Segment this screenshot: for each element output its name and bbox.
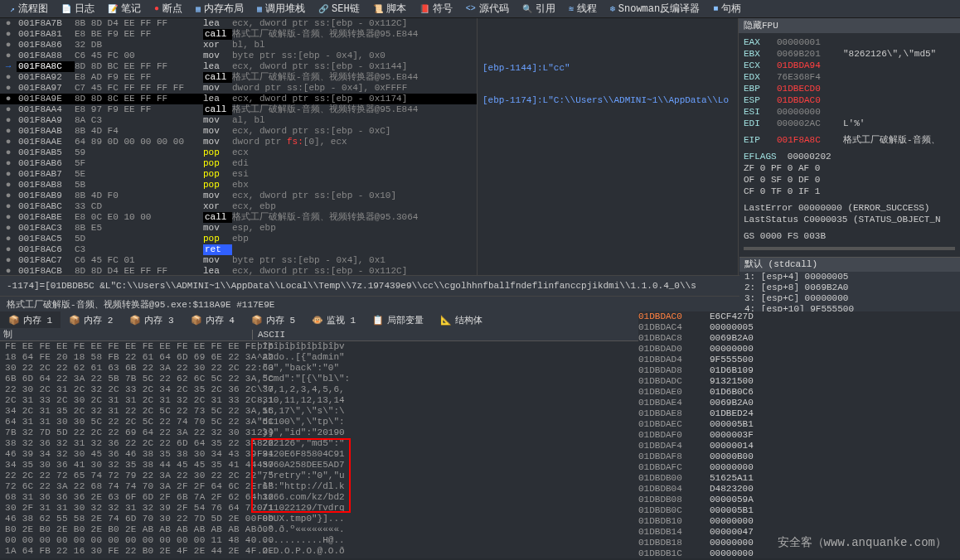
- reg-EBX[interactable]: EBX0069B201"8262126\",\"md5": [744, 48, 955, 60]
- reg-ECX[interactable]: ECX01DBDA94: [744, 60, 955, 71]
- toolbar-线程[interactable]: ≋线程: [562, 0, 604, 17]
- dump-row[interactable]: 22 30 2C 31 2C 32 2C 33 2C 34 2C 35 2C 3…: [0, 384, 638, 395]
- stack-row[interactable]: 01DBDAFC00000000: [638, 462, 960, 473]
- dump-row[interactable]: 64 31 31 30 30 5C 22 2C 5C 22 74 70 5C 2…: [0, 417, 638, 427]
- cpu-row[interactable]: ●001F8AC7C6 45 FC 01movbyte ptr ss:[ebp …: [0, 255, 477, 266]
- reg-EAX[interactable]: EAX00000001: [744, 36, 955, 48]
- cpu-row[interactable]: ●001F8AC38B E5movesp, ebp: [0, 223, 477, 234]
- toolbar-脚本[interactable]: 📜脚本: [366, 0, 413, 17]
- cpu-row[interactable]: ●001F8AAB8B 4D F4movecx, dword ptr ss:[e…: [0, 126, 477, 137]
- stack-row[interactable]: 01DBDAF800000B00: [638, 451, 960, 462]
- dump-tab-3[interactable]: 📦内存 4: [182, 311, 243, 328]
- dump-tab-7[interactable]: 📐结构体: [432, 311, 491, 328]
- cpu-row[interactable]: ●001F8A97C7 45 FC FF FF FF FFmovdword pt…: [0, 83, 477, 94]
- reg-EBP[interactable]: EBP01DBECD0: [744, 83, 955, 94]
- dump-row[interactable]: 6B 6D 64 22 3A 22 5B 7B 5C 22 62 6C 5C 2…: [0, 374, 638, 384]
- cpu-row[interactable]: ●001F8A88C6 45 FC 00movbyte ptr ss:[ebp …: [0, 51, 477, 61]
- stack-row[interactable]: 01DBDB04D4823200: [638, 484, 960, 495]
- dump-tab-1[interactable]: 📦内存 2: [61, 311, 121, 328]
- dump-row[interactable]: FE EE FE EE FE EE FE EE FE EE FE EE FE E…: [0, 341, 638, 352]
- dump-row[interactable]: 72 6C 22 3A 22 68 74 74 70 3A 2F 2F 64 6…: [0, 481, 638, 492]
- stack-row[interactable]: 01DBDAEC000005B1: [638, 419, 960, 430]
- stack-row[interactable]: 01DBDADC91321500: [638, 376, 960, 387]
- reg-EDX[interactable]: EDX76E368F4: [744, 71, 955, 83]
- dump-row[interactable]: 34 2C 31 35 2C 32 31 22 2C 5C 22 73 5C 2…: [0, 406, 638, 417]
- cpu-row[interactable]: ●001F8A81E8 BE F9 EE FFcall格式工厂破解版-音频、视频…: [0, 29, 477, 40]
- toolbar-日志[interactable]: 📄日志: [55, 0, 101, 17]
- stack-panel[interactable]: 01DBDAC0E6CF427D01DBDAC40000000501DBDAC8…: [638, 311, 960, 558]
- toolbar-Snowman反编译器[interactable]: ❄Snowman反编译器: [604, 0, 706, 17]
- dump-row[interactable]: B0 2E B0 2E B0 2E B0 2E AB AB AB AB AB A…: [0, 524, 638, 535]
- stack-row[interactable]: 01DBDAC0E6CF427D: [638, 311, 960, 322]
- dump-row[interactable]: 34 35 30 36 41 30 32 35 38 44 45 45 35 4…: [0, 460, 638, 471]
- dump-row[interactable]: 22 2C 22 72 65 74 72 79 22 3A 22 30 22 2…: [0, 471, 638, 481]
- toolbar-内存布局[interactable]: ▦内存布局: [189, 0, 250, 17]
- reg-ESP[interactable]: ESP01DBDAC0: [744, 94, 955, 106]
- dump-row[interactable]: 2C 31 33 2C 30 2C 31 31 2C 31 32 2C 31 3…: [0, 395, 638, 406]
- stack-row[interactable]: 01DBDB0051625A11: [638, 473, 960, 484]
- fpu-toggle[interactable]: 隐藏FPU: [739, 18, 960, 33]
- cpu-row[interactable]: ●001F8AB65Fpopedi: [0, 158, 477, 169]
- cpu-row[interactable]: ●001F8A8632 DBxorbl, bl: [0, 40, 477, 51]
- toolbar-断点[interactable]: ●断点: [148, 0, 189, 17]
- stack-row[interactable]: 01DBDAD000000000: [638, 344, 960, 355]
- dump-tab-5[interactable]: 🐵监视 1: [303, 311, 364, 328]
- toolbar-调用堆栈[interactable]: ▦调用堆栈: [250, 0, 312, 17]
- reg-ESI[interactable]: ESI00000000: [744, 106, 955, 118]
- cpu-row[interactable]: ●001F8A9E8D 8D 8C EE FF FFleaecx, dword …: [0, 94, 477, 104]
- dump-row[interactable]: 7B 32 7D 5D 22 2C 22 69 64 22 3A 22 32 3…: [0, 427, 638, 438]
- cpu-row[interactable]: ●001F8ABC33 CDxorecx, ebp: [0, 201, 477, 212]
- registers-panel[interactable]: 隐藏FPU EAX00000001EBX0069B201"8262126\",\…: [739, 18, 960, 275]
- toolbar-符号[interactable]: 📕符号: [413, 0, 459, 17]
- dump-row[interactable]: 46 38 62 55 58 2E 74 6D 70 30 22 7D 5D 2…: [0, 514, 638, 524]
- dump-tab-4[interactable]: 📦内存 5: [243, 311, 303, 328]
- stack-row[interactable]: 01DBDAC80069B2A0: [638, 333, 960, 344]
- cpu-row[interactable]: ●001F8AB75Epopesi: [0, 169, 477, 180]
- cpu-row[interactable]: ●001F8AB85Bpopebx: [0, 180, 477, 191]
- dump-row[interactable]: 30 22 2C 22 62 61 63 6B 22 3A 22 30 22 2…: [0, 363, 638, 374]
- stack-row[interactable]: 01DBDAE801DBED24: [638, 408, 960, 419]
- toolbar-引用[interactable]: 🔍引用: [516, 0, 562, 17]
- stack-row[interactable]: 01DBDAF00000003F: [638, 430, 960, 441]
- stack-row[interactable]: 01DBDAD49F555500: [638, 355, 960, 365]
- cpu-row[interactable]: ●001F8AB98B 4D F0movecx, dword ptr ss:[e…: [0, 191, 477, 201]
- dump-row[interactable]: 18 64 FE 20 18 58 FB 22 61 64 6D 69 6E 2…: [0, 352, 638, 363]
- stack-row[interactable]: 01DBDAE001D6B0C6: [638, 387, 960, 398]
- cpu-row[interactable]: ●001F8AA4E8 97 F9 EE FFcall格式工厂破解版-音频、视频…: [0, 104, 477, 115]
- cpu-row[interactable]: ●001F8ABEE8 0C E0 10 00call格式工厂破解版-音频、视频…: [0, 212, 477, 223]
- dump-row[interactable]: 38 32 36 32 31 32 36 22 2C 22 6D 64 35 2…: [0, 438, 638, 449]
- dump-tab-2[interactable]: 📦内存 3: [121, 311, 182, 328]
- cpu-row[interactable]: ●001F8AB559popecx: [0, 147, 477, 158]
- stack-row[interactable]: 01DBDAE40069B2A0: [638, 398, 960, 408]
- cpu-row[interactable]: →001F8A8C8D 8D BC EE FF FFleaecx, dword …: [0, 61, 477, 72]
- dump-panel[interactable]: 📦内存 1📦内存 2📦内存 3📦内存 4📦内存 5🐵监视 1📋局部变量📐结构体 …: [0, 311, 638, 558]
- dump-row[interactable]: 30 2F 31 31 30 32 32 31 32 39 2F 54 76 6…: [0, 503, 638, 514]
- cpu-row[interactable]: ●001F8AA98A C3moval, bl: [0, 115, 477, 126]
- cpu-disasm-panel[interactable]: ●001F8A7B8B 8D D4 EE FF FFleaecx, dword …: [0, 18, 478, 275]
- dump-rows[interactable]: FE EE FE EE FE EE FE EE FE EE FE EE FE E…: [0, 341, 638, 557]
- dump-row[interactable]: 46 39 34 32 30 45 36 46 38 35 38 30 34 4…: [0, 449, 638, 460]
- stack-row[interactable]: 01DBDB080000059A: [638, 495, 960, 505]
- toolbar-SEH链[interactable]: 🔗SEH链: [312, 0, 366, 17]
- reg-EDI[interactable]: EDI000002ACL'%': [744, 118, 955, 129]
- stack-row[interactable]: 01DBDAF400000014: [638, 441, 960, 451]
- toolbar-源代码[interactable]: <>源代码: [459, 0, 516, 17]
- toolbar-流程图[interactable]: ↗流程图: [3, 0, 55, 17]
- stack-row[interactable]: 01DBDAC400000005: [638, 322, 960, 333]
- cpu-row[interactable]: ●001F8AAE64 89 0D 00 00 00 00movdword pt…: [0, 137, 477, 147]
- call-convention-header[interactable]: 默认 (stdcall): [739, 258, 960, 272]
- cpu-row[interactable]: ●001F8AC55Dpopebp: [0, 234, 477, 244]
- toolbar-句柄[interactable]: ■句柄: [706, 0, 748, 17]
- cpu-row[interactable]: ●001F8AC6C3ret: [0, 244, 477, 255]
- cpu-row[interactable]: ●001F8A7B8B 8D D4 EE FF FFleaecx, dword …: [0, 18, 477, 29]
- dump-row[interactable]: 1A 64 FB 22 16 30 FE 22 B0 2E 4F 2E 44 2…: [0, 546, 638, 557]
- stack-row[interactable]: 01DBDAD801D6B109: [638, 365, 960, 376]
- dump-row[interactable]: 68 31 36 36 36 2E 63 6F 6D 2F 6B 7A 2F 6…: [0, 492, 638, 503]
- dump-row[interactable]: 00 00 00 00 00 00 00 00 00 00 00 00 11 4…: [0, 535, 638, 546]
- dump-tab-6[interactable]: 📋局部变量: [364, 311, 432, 328]
- cpu-row[interactable]: ●001F8A92E8 AD F9 EE FFcall格式工厂破解版-音频、视频…: [0, 72, 477, 83]
- stack-row[interactable]: 01DBDB1000000000: [638, 516, 960, 527]
- toolbar-笔记[interactable]: 📝笔记: [101, 0, 148, 17]
- cpu-row[interactable]: ●001F8ACB8D 8D D4 EE FF FFleaecx, dword …: [0, 266, 477, 275]
- dump-tab-0[interactable]: 📦内存 1: [0, 311, 61, 328]
